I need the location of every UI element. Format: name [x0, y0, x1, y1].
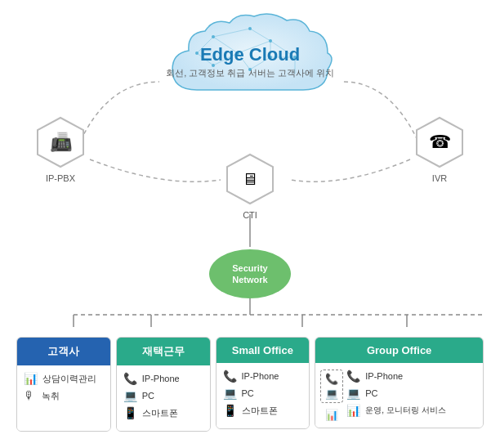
go-icon-3: 📊 [346, 404, 360, 417]
ivr-label: IVR [432, 173, 447, 183]
box-group-office-header: Group Office [315, 338, 483, 363]
box-telecommute-body: 📞 IP-Phone 💻 PC 📱 스마트폰 [117, 365, 210, 431]
ippbx-icon: 📠 [33, 114, 88, 170]
box-small-office-body: 📞 IP-Phone 💻 PC 📱 스마트폰 [217, 363, 310, 428]
so-item-1: 📞 IP-Phone [223, 370, 303, 383]
svg-point-13 [212, 35, 215, 38]
box-small-office: Small Office 📞 IP-Phone 💻 PC 📱 스마트폰 [216, 337, 310, 429]
box-customer: 고객사 📊 상담이력관리 🎙 녹취 [16, 337, 111, 432]
tc-icon-1: 📞 [123, 372, 137, 385]
box-small-office-header: Small Office [217, 338, 310, 363]
tc-icon-3: 📱 [123, 406, 137, 419]
tc-icon-2: 💻 [123, 389, 137, 402]
ivr-icon: ☎ [412, 114, 467, 170]
box-group-office-body: 📞 💻 📊 📞 IP-Phone 💻 PC 📊 운영, 모니터링 서비스 [315, 363, 483, 428]
ippbx-label: IP-PBX [46, 173, 75, 183]
customer-icon-1: 📊 [24, 372, 38, 385]
go-item-2: 💻 PC [346, 387, 478, 400]
so-item-3: 📱 스마트폰 [223, 404, 303, 417]
customer-item-2: 🎙 녹취 [24, 389, 104, 402]
go-right: 📞 IP-Phone 💻 PC 📊 운영, 모니터링 서비스 [346, 370, 478, 421]
cti-label: CTI [243, 210, 257, 220]
go-dashed-box: 📞 💻 [320, 370, 343, 403]
box-telecommute: 재택근무 📞 IP-Phone 💻 PC 📱 스마트폰 [116, 337, 211, 432]
go-icon-1: 📞 [346, 370, 360, 383]
telecommute-item-1: 📞 IP-Phone [123, 372, 203, 385]
go-item-1: 📞 IP-Phone [346, 370, 478, 383]
box-customer-body: 📊 상담이력관리 🎙 녹취 [17, 365, 110, 431]
bottom-boxes: 고객사 📊 상담이력관리 🎙 녹취 재택근무 📞 IP-Phone 💻 PC [16, 337, 484, 432]
so-icon-1: 📞 [223, 370, 237, 383]
box-group-office: Group Office 📞 💻 📊 📞 IP-Phone 💻 PC [315, 337, 484, 428]
so-item-2: 💻 PC [223, 387, 303, 400]
go-item-3: 📊 운영, 모니터링 서비스 [346, 404, 478, 417]
svg-point-17 [248, 27, 252, 30]
box-customer-header: 고객사 [17, 338, 110, 365]
go-icon-2: 💻 [346, 387, 360, 400]
cloud-title: Edge Cloud [166, 44, 333, 65]
hex-ippbx: 📠 IP-PBX [33, 114, 88, 183]
telecommute-item-3: 📱 스마트폰 [123, 406, 203, 419]
cti-icon: 🖥 [222, 151, 278, 207]
go-pc-icon: 💻 [325, 388, 338, 400]
go-phone-icon: 📞 [325, 373, 338, 385]
cloud-shape: Edge Cloud 회선, 고객정보 취급 서버는 고객사에 위치 [164, 8, 336, 114]
hex-cti: 🖥 CTI [222, 151, 278, 220]
svg-point-15 [269, 39, 272, 43]
so-icon-2: 💻 [223, 387, 237, 400]
cloud-text: Edge Cloud 회선, 고객정보 취급 서버는 고객사에 위치 [166, 44, 333, 79]
hex-ivr: ☎ IVR [412, 114, 467, 183]
box-telecommute-header: 재택근무 [117, 338, 210, 365]
telecommute-item-2: 💻 PC [123, 389, 203, 402]
customer-icon-2: 🎙 [24, 389, 37, 402]
go-left: 📞 💻 📊 [320, 370, 343, 421]
so-icon-3: 📱 [223, 404, 237, 417]
cloud-container: Edge Cloud 회선, 고객정보 취급 서버는 고객사에 위치 [160, 8, 340, 114]
security-network: Security Network [209, 249, 291, 298]
customer-item-1: 📊 상담이력관리 [24, 372, 104, 385]
go-monitor-icon: 📊 [325, 409, 338, 421]
cloud-subtitle: 회선, 고객정보 취급 서버는 고객사에 위치 [166, 67, 333, 79]
